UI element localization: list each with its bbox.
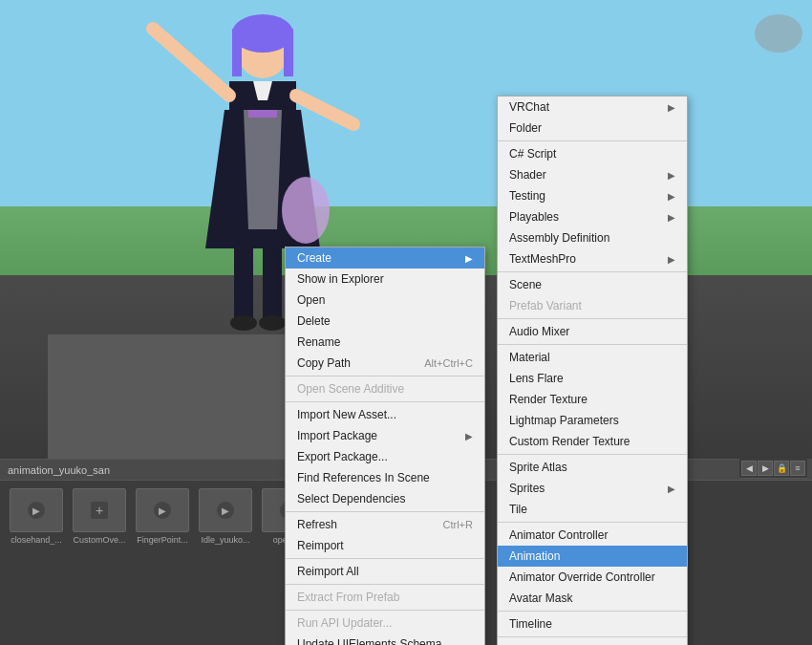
context-menu-left: Create ▶ Show in Explorer Open Delete Re… — [285, 247, 485, 645]
ctx-export-package[interactable]: Export Package... — [286, 446, 484, 467]
chevron-right-icon: ▶ — [668, 254, 675, 265]
chevron-right-icon: ▶ — [668, 170, 675, 181]
ctx-open[interactable]: Open — [286, 290, 484, 311]
ctx-reimport[interactable]: Reimport — [286, 535, 484, 556]
anim-thumb: ▶ — [199, 488, 252, 532]
ctx-separator — [498, 611, 687, 612]
ctx-animator-override[interactable]: Animator Override Controller — [498, 567, 687, 588]
ctx-refresh[interactable]: Refresh Ctrl+R — [286, 514, 484, 535]
ctx-lightmap-parameters[interactable]: Lightmap Parameters — [498, 410, 687, 431]
ctx-copy-path[interactable]: Copy Path Alt+Ctrl+C — [286, 353, 484, 374]
ctx-csharp-script[interactable]: C# Script — [498, 143, 687, 164]
list-item[interactable]: + CustomOve... — [71, 488, 128, 545]
ctx-playables[interactable]: Playables ▶ — [498, 206, 687, 227]
svg-rect-10 — [234, 244, 253, 320]
svg-rect-11 — [263, 244, 282, 320]
ctx-custom-render-texture[interactable]: Custom Render Texture — [498, 431, 687, 452]
chevron-right-icon: ▶ — [668, 102, 675, 113]
chevron-right-icon: ▶ — [465, 253, 473, 264]
svg-rect-4 — [284, 29, 293, 76]
toolbar-btn-1[interactable]: ◀ — [741, 461, 757, 476]
anim-thumb: ▶ — [10, 488, 63, 532]
ctx-scene[interactable]: Scene — [498, 274, 687, 295]
ctx-separator — [498, 344, 687, 345]
ctx-create[interactable]: Create ▶ — [286, 247, 484, 269]
scene-toolbar: ◀ ▶ 🔒 ≡ — [739, 459, 807, 479]
ctx-folder[interactable]: Folder — [498, 118, 687, 139]
ctx-delete[interactable]: Delete — [286, 311, 484, 332]
ctx-sprites[interactable]: Sprites ▶ — [498, 478, 687, 499]
ctx-run-api-updater: Run API Updater... — [286, 613, 484, 634]
ctx-select-dependencies[interactable]: Select Dependencies — [286, 488, 484, 509]
anim-thumb: ▶ — [136, 488, 189, 532]
anim-thumb: + — [73, 488, 126, 532]
anim-label: closehand_... — [9, 535, 64, 545]
ctx-reimport-all[interactable]: Reimport All — [286, 561, 484, 582]
svg-point-16 — [282, 177, 330, 244]
ctx-sprite-atlas[interactable]: Sprite Atlas — [498, 457, 687, 478]
list-item[interactable]: ▶ closehand_... — [8, 488, 65, 545]
ctx-separator — [286, 511, 484, 512]
ctx-vrchat[interactable]: VRChat ▶ — [498, 97, 687, 118]
chevron-right-icon: ▶ — [668, 212, 675, 223]
ctx-testing[interactable]: Testing ▶ — [498, 185, 687, 206]
ctx-separator — [498, 318, 687, 319]
panel-title: animation_yuuko_san — [8, 464, 110, 476]
ctx-import-new-asset[interactable]: Import New Asset... — [286, 404, 484, 425]
ctx-separator — [286, 558, 484, 559]
chevron-right-icon: ▶ — [465, 431, 473, 441]
chevron-right-icon: ▶ — [668, 191, 675, 202]
svg-line-9 — [296, 96, 353, 124]
ctx-separator — [498, 636, 687, 637]
svg-line-8 — [153, 29, 229, 96]
ctx-separator — [286, 376, 484, 376]
list-item[interactable]: ▶ FingerPoint... — [134, 488, 191, 545]
ctx-separator — [286, 401, 484, 402]
anim-label: FingerPoint... — [135, 535, 190, 545]
toolbar-btn-lock[interactable]: 🔒 — [774, 461, 789, 476]
svg-rect-3 — [232, 29, 242, 76]
toolbar-btn-2[interactable]: ▶ — [758, 461, 773, 476]
ctx-show-explorer[interactable]: Show in Explorer — [286, 269, 484, 290]
ctx-separator — [286, 610, 484, 611]
chevron-right-icon: ▶ — [668, 484, 675, 494]
ctx-update-uielements[interactable]: Update UIElements Schema — [286, 634, 484, 645]
ctx-open-scene-additive: Open Scene Additive — [286, 378, 484, 399]
ctx-prefab-variant: Prefab Variant — [498, 295, 687, 316]
toolbar-btn-menu[interactable]: ≡ — [790, 461, 805, 476]
play-icon: ▶ — [217, 502, 234, 519]
ctx-audio-mixer[interactable]: Audio Mixer — [498, 321, 687, 342]
ctx-separator — [498, 140, 687, 141]
list-item[interactable]: ▶ Idle_yuuko... — [197, 488, 254, 545]
ctx-physic-material[interactable]: Physic Material — [498, 639, 687, 645]
ctx-extract-from-prefab: Extract From Prefab — [286, 587, 484, 608]
svg-point-12 — [230, 315, 257, 331]
ctx-separator — [286, 584, 484, 585]
svg-point-13 — [259, 315, 286, 331]
ctx-animator-controller[interactable]: Animator Controller — [498, 525, 687, 546]
ctx-rename[interactable]: Rename — [286, 332, 484, 353]
ctx-animation[interactable]: Animation — [498, 546, 687, 567]
ctx-render-texture[interactable]: Render Texture — [498, 389, 687, 410]
ctx-separator — [498, 454, 687, 455]
ctx-separator — [498, 522, 687, 523]
ctx-avatar-mask[interactable]: Avatar Mask — [498, 588, 687, 609]
ctx-lens-flare[interactable]: Lens Flare — [498, 368, 687, 389]
ctx-separator — [498, 271, 687, 272]
ctx-timeline[interactable]: Timeline — [498, 613, 687, 634]
ctx-import-package[interactable]: Import Package ▶ — [286, 425, 484, 446]
play-icon: ▶ — [154, 502, 171, 519]
ctx-textmeshpro[interactable]: TextMeshPro ▶ — [498, 248, 687, 269]
svg-marker-15 — [244, 110, 282, 229]
svg-point-17 — [755, 14, 802, 53]
anim-label: CustomOve... — [72, 535, 127, 545]
anim-label: Idle_yuuko... — [198, 535, 253, 545]
top-right-decoration — [750, 5, 807, 62]
ctx-tile[interactable]: Tile — [498, 499, 687, 520]
ctx-find-references[interactable]: Find References In Scene — [286, 467, 484, 488]
play-icon: ▶ — [28, 502, 45, 519]
ctx-material[interactable]: Material — [498, 347, 687, 368]
ctx-assembly-definition[interactable]: Assembly Definition — [498, 227, 687, 248]
ctx-shader[interactable]: Shader ▶ — [498, 164, 687, 185]
context-menu-right: VRChat ▶ Folder C# Script Shader ▶ Testi… — [497, 96, 688, 645]
